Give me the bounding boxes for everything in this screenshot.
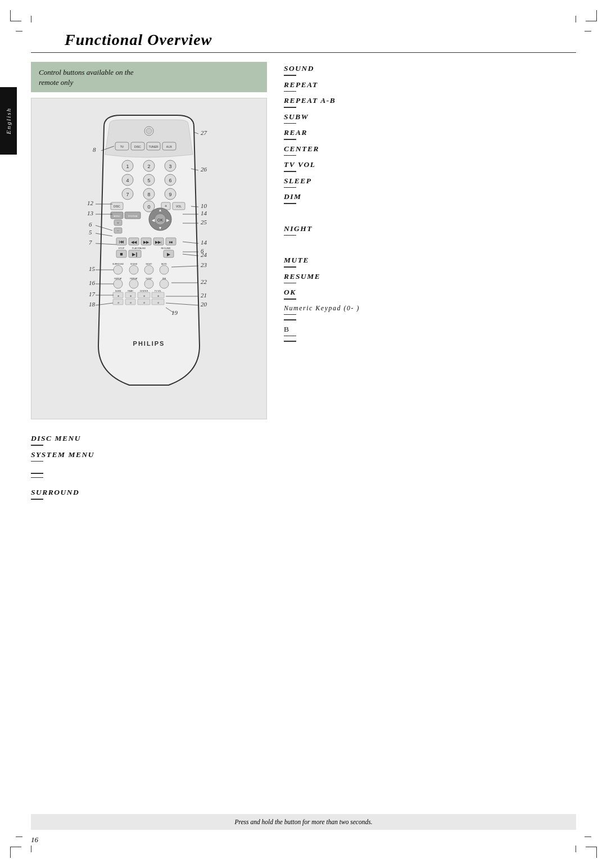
svg-text:5: 5: [147, 178, 150, 183]
side-mark: [585, 837, 591, 837]
feature-sound-dash: [284, 75, 296, 76]
svg-text:PHILIPS: PHILIPS: [133, 340, 165, 347]
feature-dim-dash: [284, 203, 296, 204]
two-col-layout: Control buttons available on the remote …: [31, 62, 576, 419]
english-label: English: [5, 107, 12, 134]
svg-text:21: 21: [201, 292, 207, 299]
feature-sleep-label: SLEEP: [284, 177, 576, 186]
feature-subw-label: SUBW: [284, 112, 576, 121]
feature-disc-menu-label: DISC MENU: [31, 434, 267, 443]
svg-text:SYSTEM: SYSTEM: [128, 215, 137, 218]
corner-mark-br: [586, 847, 597, 858]
svg-point-85: [160, 279, 169, 288]
feature-surround-label: SURROUND: [31, 488, 267, 497]
corner-mark-tl: [10, 10, 21, 21]
svg-text:⏮: ⏮: [119, 239, 124, 245]
svg-text:▶▶: ▶▶: [143, 240, 150, 245]
feature-sleep: SLEEP: [284, 177, 576, 188]
side-mark: [576, 846, 576, 852]
feature-center-dash: [284, 155, 296, 156]
svg-text:AUX: AUX: [166, 145, 173, 148]
feature-surround-dash: [31, 499, 43, 500]
svg-text:27: 27: [201, 129, 207, 136]
svg-text:⏭: ⏭: [169, 240, 173, 245]
feature-ok: OK: [284, 288, 576, 300]
svg-text:10: 10: [201, 202, 207, 209]
feature-b-label: B: [284, 325, 576, 334]
feature-mute-dash: [284, 266, 296, 268]
left-column: Control buttons available on the remote …: [31, 62, 267, 419]
feature-ok-dash: [284, 299, 296, 300]
feature-repeat: REPEAT: [284, 80, 576, 92]
right-column: SOUND REPEAT REPEAT A-B SUBW REAR CENTER: [284, 62, 576, 419]
svg-text:14: 14: [201, 239, 207, 246]
feature-subw-dash: [284, 123, 296, 124]
svg-text:14: 14: [201, 210, 207, 216]
side-mark: [31, 16, 31, 22]
feature-repeat-label: REPEAT: [284, 80, 576, 89]
feature-resume: RESUME: [284, 272, 576, 284]
feature-rear: REAR: [284, 128, 576, 140]
svg-text:⊖: ⊖: [130, 302, 132, 304]
feature-sound-label: SOUND: [284, 64, 576, 73]
svg-text:TUNER: TUNER: [148, 145, 158, 148]
svg-text:0: 0: [147, 204, 150, 210]
svg-point-75: [129, 265, 138, 274]
svg-point-74: [114, 265, 123, 274]
svg-text:SOUND: SOUND: [130, 263, 138, 265]
feature-mute-label: MUTE: [284, 256, 576, 265]
feature-resume-dash: [284, 283, 296, 284]
side-mark: [585, 31, 591, 31]
feature-night-dash: [284, 235, 296, 236]
svg-text:DISC: DISC: [134, 145, 141, 148]
feature-tvvol-dash: [284, 171, 296, 172]
page-number: 16: [31, 835, 38, 844]
footer-note-text: Press and hold the button for more than …: [234, 819, 372, 825]
svg-text:RESUME: RESUME: [161, 247, 170, 250]
feature-system-menu: SYSTEM MENU: [31, 450, 267, 462]
corner-mark-tr: [586, 10, 597, 21]
feature-tvvol-label: TV VOL: [284, 160, 576, 169]
bottom-left: DISC MENU SYSTEM MENU SURROUND: [31, 426, 267, 504]
bottom-right: [284, 426, 576, 504]
feature-repeat-ab-dash: [284, 107, 296, 108]
svg-text:9: 9: [169, 192, 171, 197]
feature-sleep-dash: [284, 187, 296, 188]
svg-text:8: 8: [147, 192, 150, 197]
feature-system-menu-label: SYSTEM MENU: [31, 450, 267, 459]
corner-mark-bl: [10, 847, 21, 858]
feature-resume-label: RESUME: [284, 272, 576, 281]
svg-text:7: 7: [89, 239, 92, 246]
svg-text:20: 20: [201, 301, 207, 308]
svg-text:⊕: ⊕: [117, 295, 119, 297]
svg-text:SUBW: SUBW: [115, 290, 121, 292]
feature-night-label: NIGHT: [284, 224, 576, 233]
bottom-section: DISC MENU SYSTEM MENU SURROUND: [31, 426, 576, 504]
feature-surround: SURROUND: [31, 488, 267, 500]
feature-ok-label: OK: [284, 288, 576, 297]
remote-svg: TV DISC TUNER AUX 1 2 3 4 5: [70, 110, 228, 408]
feature-numeric: Numeric Keypad (0- ): [284, 304, 576, 320]
svg-point-77: [160, 265, 169, 274]
control-box-text: Control buttons available on the remote …: [39, 67, 259, 88]
feature-numeric-label: Numeric Keypad (0- ): [284, 304, 576, 313]
svg-text:8: 8: [93, 146, 96, 153]
svg-text:■: ■: [120, 251, 123, 257]
svg-text:12: 12: [87, 200, 94, 206]
svg-text:18: 18: [89, 301, 96, 308]
svg-text:REAR: REAR: [128, 290, 133, 292]
svg-point-82: [114, 279, 123, 288]
svg-text:+: +: [117, 221, 119, 225]
feature-subw: SUBW: [284, 112, 576, 124]
feature-rear-label: REAR: [284, 128, 576, 137]
feature-repeat-ab: REPEAT A-B: [284, 96, 576, 108]
remote-container: TV DISC TUNER AUX 1 2 3 4 5: [31, 98, 267, 419]
feature-dim-label: DIM: [284, 192, 576, 201]
page-title: Functional Overview: [31, 31, 576, 49]
feature-mute: MUTE: [284, 256, 576, 268]
svg-text:22: 22: [201, 278, 207, 285]
side-mark: [576, 16, 576, 22]
side-mark: [16, 837, 22, 837]
feature-night: NIGHT: [284, 224, 576, 236]
svg-text:NIGHT: NIGHT: [146, 263, 153, 265]
